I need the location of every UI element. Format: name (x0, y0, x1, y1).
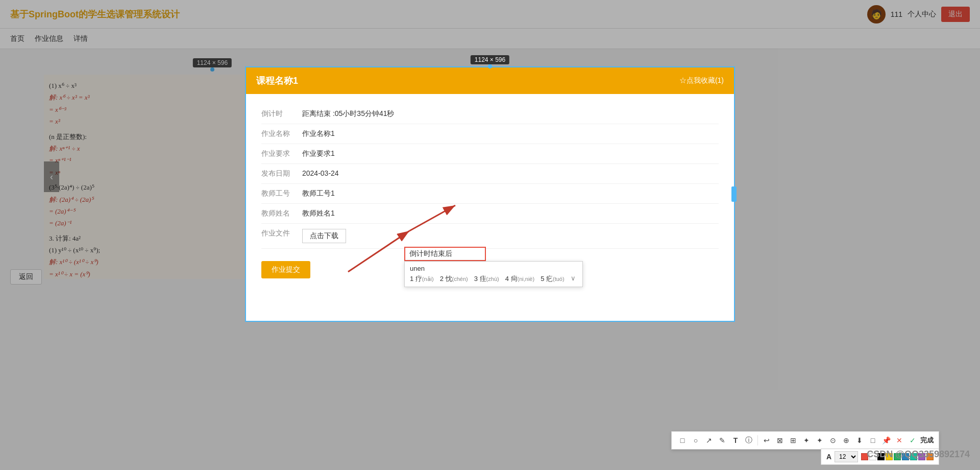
countdown-input-area: unen 1 疗(nǎi) 2 忱(chén) 3 疰(zhù) 4 疴(ni,… (404, 247, 486, 261)
value-teacherid: 教师工号1 (302, 189, 335, 198)
info-row-hwname: 作业名称 作业名称1 (261, 124, 719, 144)
value-pubdate: 2024-03-24 (302, 169, 339, 177)
modal-header: 课程名称1 ☆点我收藏(1) (246, 67, 734, 94)
ime-candidate-1[interactable]: 1 疗(nǎi) (410, 274, 434, 284)
ime-candidate-4[interactable]: 4 疴(ni,niè) (505, 274, 534, 284)
favorite-button[interactable]: ☆点我收藏(1) (679, 76, 724, 85)
modal-panel: 1124 × 596 课程名称1 ☆点我收藏(1) 倒计时 距离结束 :05小时… (245, 66, 735, 295)
ime-candidate-2[interactable]: 2 忱(chén) (440, 274, 468, 284)
modal-right-resize[interactable] (731, 186, 737, 202)
ime-candidate-5[interactable]: 5 疕(tuó) (541, 274, 564, 284)
submit-section: 作业提交 unen 1 疗(nǎi) 2 忱(chén) 3 疰(zh (261, 257, 719, 278)
label-hwname: 作业名称 (261, 129, 302, 138)
value-countdown: 距离结束 :05小时35分钟41秒 (302, 109, 395, 119)
ime-candidates-dropdown: unen 1 疗(nǎi) 2 忱(chén) 3 疰(zhù) 4 疴(ni,… (404, 261, 583, 287)
ime-more-button[interactable]: ∨ (571, 274, 576, 284)
info-row-teachername: 教师姓名 教师姓名1 (261, 204, 719, 224)
info-row-hwreq: 作业要求 作业要求1 (261, 144, 719, 164)
countdown-text-input[interactable] (404, 247, 486, 261)
label-teachername: 教师姓名 (261, 209, 302, 218)
modal-top-handle[interactable] (488, 64, 492, 68)
label-teacherid: 教师工号 (261, 189, 302, 198)
label-pubdate: 发布日期 (261, 169, 302, 178)
value-hwreq: 作业要求1 (302, 149, 335, 158)
value-hwname: 作业名称1 (302, 129, 335, 138)
info-row-teacherid: 教师工号 教师工号1 (261, 184, 719, 204)
modal-title: 课程名称1 (256, 75, 298, 87)
download-button[interactable]: 点击下载 (302, 229, 346, 243)
modal-overlay: 1124 × 596 课程名称1 ☆点我收藏(1) 倒计时 距离结束 :05小时… (0, 0, 980, 295)
info-row-pubdate: 发布日期 2024-03-24 (261, 164, 719, 184)
ime-candidate-list: 1 疗(nǎi) 2 忱(chén) 3 疰(zhù) 4 疴(ni,niè) … (410, 274, 577, 284)
submit-button[interactable]: 作业提交 (261, 261, 310, 278)
countdown-input-wrapper: unen 1 疗(nǎi) 2 忱(chén) 3 疰(zhù) 4 疴(ni,… (404, 247, 486, 261)
label-file: 作业文件 (261, 229, 302, 238)
ime-candidate-3[interactable]: 3 疰(zhù) (474, 274, 499, 284)
info-row-countdown: 倒计时 距离结束 :05小时35分钟41秒 (261, 104, 719, 124)
label-countdown: 倒计时 (261, 109, 302, 119)
modal-body: 倒计时 距离结束 :05小时35分钟41秒 作业名称 作业名称1 作业要求 作业… (246, 94, 734, 289)
info-row-file: 作业文件 点击下载 (261, 224, 719, 249)
ime-typed-text: unen (410, 265, 425, 272)
value-teachername: 教师姓名1 (302, 209, 335, 218)
label-hwreq: 作业要求 (261, 149, 302, 158)
ime-input-display: unen (410, 265, 577, 272)
modal-dim-label: 1124 × 596 (471, 55, 509, 64)
